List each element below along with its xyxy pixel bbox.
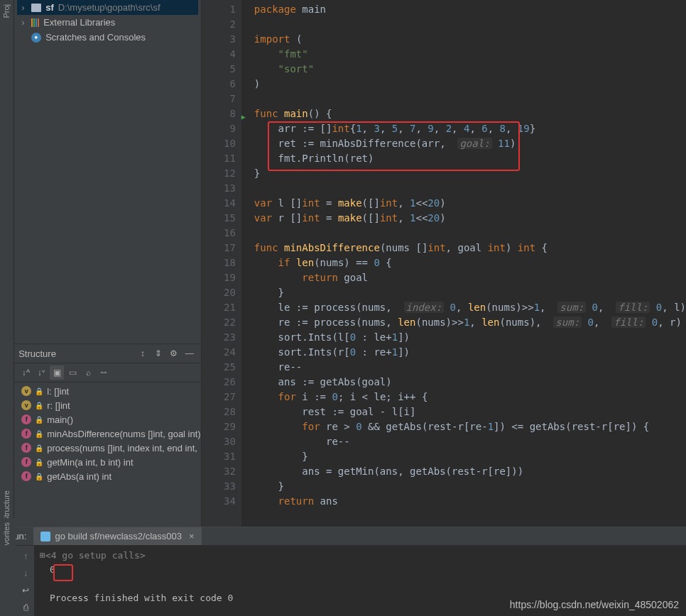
chevron-right-icon[interactable]: › [21,17,27,28]
code-line[interactable]: ans = getMin(ans, getAbs(rest-r[re])) [254,464,686,479]
code-line[interactable]: for re > 0 && getAbs(rest-r[re-1]) <= ge… [254,419,686,434]
sort-az-icon[interactable]: ↓ᴬ [18,365,33,380]
line-number[interactable]: 25 [202,360,236,375]
code-line[interactable]: ret := minAbsDifference(arr, goal: 11) [254,136,686,151]
sort-vis-icon[interactable]: ↓ᵛ [34,365,48,380]
line-number[interactable]: 4 [202,47,236,62]
wrap-icon[interactable]: ↩ [18,583,33,598]
line-number[interactable]: 33 [202,479,236,494]
collapse-icon[interactable]: ⇕ [151,346,165,361]
rail-favorites[interactable]: vorites [2,522,11,545]
run-tab[interactable]: go build sf/newclass2/class003 × [33,527,201,545]
code-line[interactable]: "fmt" [254,47,686,62]
tree-scratches[interactable]: ✦ Scratches and Consoles [17,30,198,45]
code-line[interactable]: } [254,166,686,181]
structure-item[interactable]: f🔒minAbsDifference(nums []int, goal int) [14,427,201,441]
chevron-right-icon[interactable]: › [21,2,27,13]
line-number[interactable]: 23 [202,330,236,345]
editor-code[interactable]: package main import ( "fmt" "sort") func… [241,0,686,527]
line-number[interactable]: 6 [202,77,236,92]
code-line[interactable]: } [254,449,686,464]
line-number[interactable]: 21 [202,300,236,315]
run-gutter-icon[interactable]: ▶ [241,109,246,124]
line-number[interactable]: 20 [202,285,236,300]
code-line[interactable]: import ( [254,32,686,47]
line-number[interactable]: 11 [202,151,236,166]
structure-item[interactable]: f🔒main() [14,412,201,427]
code-line[interactable]: re-- [254,434,686,449]
line-number[interactable]: 31 [202,449,236,464]
line-number[interactable]: 15 [202,211,236,226]
down-icon[interactable]: ↓ [18,566,33,581]
code-line[interactable]: "sort" [254,62,686,77]
line-number[interactable]: 19 [202,270,236,285]
code-line[interactable]: arr := []int{1, 3, 5, 7, 9, 2, 4, 6, 8, … [254,121,686,136]
structure-item[interactable]: f🔒process(nums []int, index int, end int… [14,441,201,455]
line-number[interactable]: 18 [202,255,236,270]
left-tool-rail[interactable]: Proj Structure [0,0,14,527]
rail-project[interactable]: Proj [2,4,11,18]
line-number[interactable]: 30 [202,434,236,449]
code-line[interactable]: func main() { [254,106,686,121]
autoscroll-icon[interactable]: ⥎ [97,365,111,380]
line-number[interactable]: 32 [202,464,236,479]
code-line[interactable]: re := process(nums, len(nums)>>1, len(nu… [254,315,686,330]
line-number[interactable]: 13 [202,181,236,196]
code-line[interactable] [254,181,686,196]
line-number[interactable]: 8▶ [202,106,236,121]
code-line[interactable]: } [254,479,686,494]
code-line[interactable]: le := process(nums, index: 0, len(nums)>… [254,300,686,315]
print-icon[interactable]: ⎙ [18,600,33,615]
code-line[interactable]: sort.Ints(l[0 : le+1]) [254,330,686,345]
line-number[interactable]: 1 [202,2,236,17]
line-number[interactable]: 29 [202,419,236,434]
filter-icon[interactable]: ⌕ [81,365,95,380]
line-number[interactable]: 14 [202,196,236,211]
minimize-icon[interactable]: — [183,346,197,361]
close-icon[interactable]: × [186,531,195,541]
line-number[interactable]: 28 [202,405,236,419]
code-line[interactable] [254,17,686,32]
code-editor[interactable]: 12345678▶9101112131415161718192021222324… [202,0,686,527]
code-line[interactable]: rest := goal - l[i] [254,405,686,419]
structure-item[interactable]: f🔒getAbs(a int) int [14,469,201,483]
line-number[interactable]: 17 [202,241,236,255]
code-line[interactable]: package main [254,2,686,17]
code-line[interactable]: var r []int = make([]int, 1<<20) [254,211,686,226]
code-line[interactable]: return ans [254,494,686,509]
code-line[interactable]: re-- [254,360,686,375]
line-number[interactable]: 3 [202,32,236,47]
line-number[interactable]: 7 [202,92,236,106]
show-inherited-icon[interactable]: ▭ [65,365,80,380]
code-line[interactable] [254,226,686,241]
code-line[interactable]: func minAbsDifference(nums []int, goal i… [254,241,686,255]
project-tree[interactable]: › sf D:\mysetup\gopath\src\sf › External… [14,0,201,50]
show-fields-icon[interactable]: ▣ [50,365,64,380]
code-line[interactable]: return goal [254,270,686,285]
code-line[interactable]: ans := getAbs(goal) [254,375,686,390]
line-number[interactable]: 34 [202,494,236,509]
structure-item[interactable]: f🔒getMin(a int, b int) int [14,455,201,469]
code-line[interactable] [254,92,686,106]
line-number[interactable]: 2 [202,17,236,32]
code-line[interactable]: } [254,285,686,300]
line-number[interactable]: 16 [202,226,236,241]
gear-icon[interactable]: ⚙ [167,346,181,361]
console-fold[interactable]: <4 go setup calls> [45,550,146,561]
structure-item[interactable]: v🔒l: []int [14,384,201,398]
up-icon[interactable]: ↑ [18,549,33,563]
tree-root[interactable]: › sf D:\mysetup\gopath\src\sf [17,0,198,15]
editor-gutter[interactable]: 12345678▶9101112131415161718192021222324… [202,0,241,527]
line-number[interactable]: 5 [202,62,236,77]
line-number[interactable]: 26 [202,375,236,390]
line-number[interactable]: 27 [202,390,236,405]
code-line[interactable]: fmt.Println(ret) [254,151,686,166]
code-line[interactable]: var l []int = make([]int, 1<<20) [254,196,686,211]
code-line[interactable]: sort.Ints(r[0 : re+1]) [254,345,686,360]
line-number[interactable]: 24 [202,345,236,360]
line-number[interactable]: 12 [202,166,236,181]
line-number[interactable]: 9 [202,121,236,136]
code-line[interactable]: if len(nums) == 0 { [254,255,686,270]
expand-icon[interactable]: ↕ [136,346,150,361]
tree-ext-lib[interactable]: › External Libraries [17,15,198,30]
